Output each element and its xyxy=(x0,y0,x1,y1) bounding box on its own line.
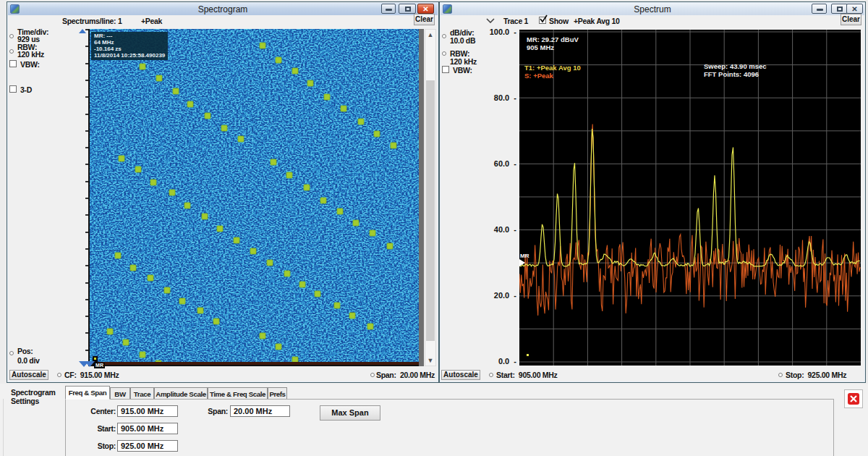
svg-text:Sweep: 43.90 msec: Sweep: 43.90 msec xyxy=(704,62,767,70)
svg-text:MR: 29.27 dBuV: MR: 29.27 dBuV xyxy=(527,35,579,43)
svg-text:T1: +Peak Avg 10: T1: +Peak Avg 10 xyxy=(524,64,581,72)
svg-text:MR: ---: MR: --- xyxy=(94,33,113,39)
svg-text:64 MHz: 64 MHz xyxy=(94,39,114,46)
svg-text:FFT Points: 4096: FFT Points: 4096 xyxy=(704,70,759,78)
svg-text:S: +Peak: S: +Peak xyxy=(524,72,554,80)
svg-text:-10.164 zs: -10.164 zs xyxy=(94,46,122,52)
svg-text:MR: MR xyxy=(520,253,529,259)
svg-text:11/8/2014 10:25:58.490239: 11/8/2014 10:25:58.490239 xyxy=(94,52,166,59)
svg-text:905 MHz: 905 MHz xyxy=(527,43,554,51)
